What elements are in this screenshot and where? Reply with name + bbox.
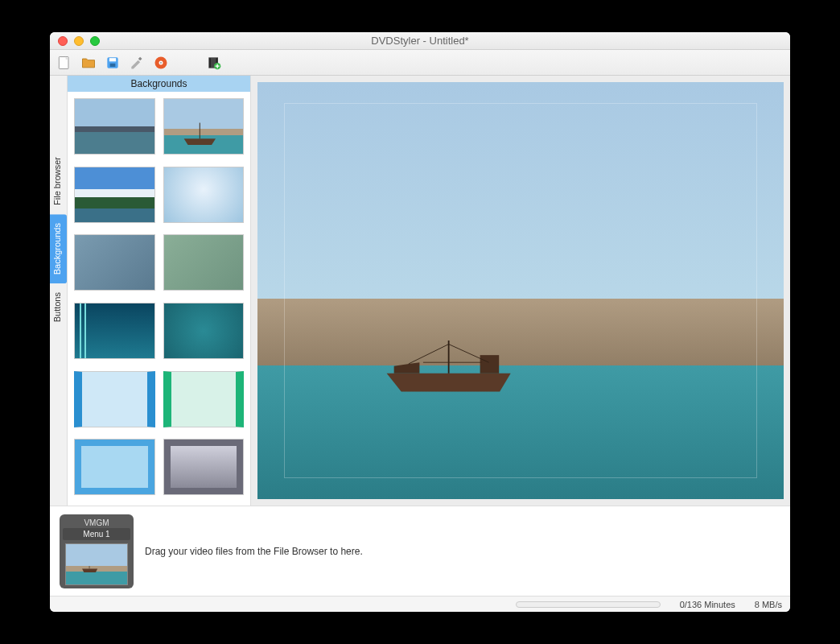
add-title-button[interactable] [204,53,224,72]
bg-thumb-blue-frame[interactable] [74,371,155,427]
tab-buttons[interactable]: Buttons [50,283,67,331]
window-title: DVDStyler - Untitled* [50,35,790,47]
panel-title: Backgrounds [68,76,250,92]
status-progress [516,601,661,608]
app-window: DVDStyler - Untitled* File browser Backg… [50,32,790,612]
bg-thumb-gray-square[interactable] [163,439,245,495]
svg-point-8 [160,62,162,64]
zoom-window-button[interactable] [90,36,100,46]
bg-thumb-pale-blue-grad[interactable] [163,167,245,223]
burn-disc-button[interactable] [151,53,171,72]
svg-rect-4 [110,63,116,66]
toolbar [50,50,790,76]
open-folder-button[interactable] [79,53,98,72]
window-controls [50,36,100,46]
safe-area-guide [284,103,758,478]
bg-thumb-coast-sky[interactable] [74,167,155,223]
vmgm-label: VMGM [84,518,109,528]
canvas-area [251,76,790,506]
minimize-window-button[interactable] [74,36,84,46]
timeline-hint: Drag your video files from the File Brow… [145,546,363,557]
close-window-button[interactable] [58,36,68,46]
menu-label[interactable]: Menu 1 [63,528,130,540]
new-project-button[interactable] [55,53,74,72]
status-duration: 0/136 Minutes [680,600,735,609]
bg-thumb-teal-lines[interactable] [74,303,155,359]
svg-rect-10 [209,58,211,68]
bg-thumb-shipwreck[interactable] [163,98,245,155]
titlebar: DVDStyler - Untitled* [50,32,790,50]
bg-thumb-green-frame[interactable] [163,371,245,427]
svg-rect-5 [138,56,142,60]
bg-thumb-sea-rocks[interactable] [74,98,155,155]
svg-rect-3 [109,58,116,61]
bg-thumb-green-blur[interactable] [163,234,245,291]
status-bar: 0/136 Minutes 8 MB/s [50,596,790,612]
bg-thumb-teal-grain[interactable] [163,303,245,359]
bg-thumb-blue-blur[interactable] [74,234,155,291]
main-area: File browser Backgrounds Buttons Backgro… [50,76,790,506]
menu-canvas[interactable] [257,82,784,499]
settings-button[interactable] [127,53,146,72]
tab-backgrounds[interactable]: Backgrounds [50,214,67,283]
save-button[interactable] [103,53,122,72]
side-tabs: File browser Backgrounds Buttons [50,76,68,506]
menu-thumbnail[interactable] [65,543,128,585]
vmgm-group[interactable]: VMGM Menu 1 [60,514,134,588]
status-bitrate: 8 MB/s [755,600,782,609]
tab-file-browser[interactable]: File browser [50,148,67,214]
bg-thumb-sky-square[interactable] [74,439,155,495]
backgrounds-grid[interactable] [68,92,250,506]
backgrounds-panel: Backgrounds [68,76,251,506]
timeline[interactable]: VMGM Menu 1 Drag your video files from t… [50,506,790,596]
